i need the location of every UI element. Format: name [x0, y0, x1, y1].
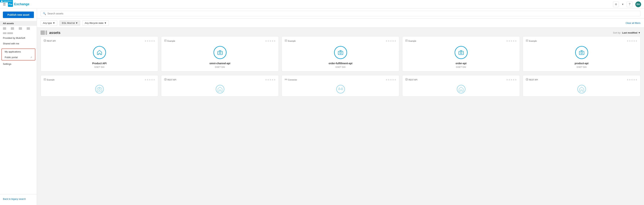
svg-rect-5	[218, 51, 222, 55]
asset-card[interactable]: Example ★★★★★ product-api GSET DAI	[523, 36, 640, 71]
card-icon-wrapper-partial	[164, 85, 276, 93]
exchange-logo-icon	[8, 2, 13, 7]
search-icon: 🔍	[43, 12, 46, 15]
asset-card[interactable]: REST API ★★★★★ Product API GSET DAI	[40, 36, 158, 71]
sort-button[interactable]: Last modified ▼	[622, 31, 640, 34]
asset-card[interactable]: REST API ★★★★★	[523, 75, 640, 97]
card-icon-wrapper	[405, 46, 517, 59]
clear-all-filters-button[interactable]: Clear all filters	[626, 22, 640, 24]
organization-filter-btn[interactable]: EGL Mod tst ▼	[60, 20, 80, 26]
svg-point-6	[219, 52, 221, 54]
card-type-label: REST API	[47, 40, 56, 42]
asset-card[interactable]: REST API ★★★★★	[161, 75, 279, 97]
card-stars: ★★★★★	[506, 40, 517, 42]
card-header: Connector ★★★★★	[285, 78, 396, 81]
lifecycle-filter-btn[interactable]: Any lifecycle state ▼	[82, 20, 109, 26]
svg-rect-16	[44, 79, 46, 81]
card-type-label: REST API	[529, 79, 538, 81]
star-3: ★	[151, 79, 153, 81]
help-btn[interactable]: ?	[627, 2, 632, 7]
star-3: ★	[633, 79, 635, 81]
svg-rect-4	[164, 40, 166, 42]
svg-rect-7	[285, 40, 287, 42]
card-stars: ★★★★★	[506, 79, 517, 81]
main-layout: Publish new asset All assets Provided by…	[0, 9, 644, 205]
svg-rect-14	[579, 51, 584, 55]
card-type-label: Example	[47, 79, 54, 81]
sf-dot	[1, 1, 2, 2]
card-org: GSET DAI	[285, 66, 396, 68]
card-header: Example ★★★★★	[285, 39, 396, 42]
app-title: Exchange	[14, 2, 29, 6]
type-icon	[285, 39, 287, 42]
card-name: product-api	[526, 62, 637, 65]
type-icon	[526, 39, 528, 42]
card-type-badge: Example	[405, 39, 416, 42]
type-icon	[164, 78, 167, 81]
main-content: 🔍 Any type ▼ EGL Mod tst ▼ Any lifecycle…	[37, 9, 644, 205]
hamburger-icon[interactable]: ☰	[3, 2, 6, 6]
filters-bar: Any type ▼ EGL Mod tst ▼ Any lifecycle s…	[37, 19, 644, 28]
star-3: ★	[272, 79, 274, 81]
card-stars: ★★★★★	[627, 79, 637, 81]
grid-view-btn[interactable]: ≎	[613, 2, 619, 7]
type-icon	[44, 39, 46, 42]
back-to-legacy-search-button[interactable]: Back to legacy search	[0, 196, 37, 202]
type-filter-btn[interactable]: Any type ▼	[40, 20, 57, 26]
star-3: ★	[633, 40, 635, 42]
card-icon-wrapper-partial	[526, 85, 637, 93]
card-header: Example ★★★★★	[526, 39, 637, 42]
asset-card[interactable]: Example ★★★★★ order-fulfillment-api GSET…	[282, 36, 399, 71]
star-0: ★	[506, 79, 508, 81]
star-2: ★	[631, 79, 633, 81]
star-1: ★	[508, 79, 510, 81]
card-icon-wrapper	[285, 46, 396, 59]
salesforce-label: Salesforce	[3, 0, 12, 2]
card-header: Example ★★★★★	[405, 39, 517, 42]
svg-rect-10	[406, 40, 408, 42]
sidebar-highlighted-group: My applications Public portal ↗	[2, 49, 35, 61]
star-2: ★	[270, 40, 271, 42]
dropdown-chevron[interactable]: ▼	[622, 3, 624, 6]
sidebar-item-provided-by-mulesoft[interactable]: Provided by MuleSoft	[0, 35, 37, 41]
asset-card[interactable]: REST API ★★★★★	[402, 75, 520, 97]
star-4: ★	[274, 79, 276, 81]
card-type-badge: Connector	[285, 78, 297, 81]
star-2: ★	[270, 79, 271, 81]
card-name: omni-channel-api	[164, 62, 276, 65]
svg-rect-8	[338, 51, 343, 55]
card-header: REST API ★★★★★	[526, 78, 637, 81]
sidebar-item-settings[interactable]: Settings	[0, 61, 37, 67]
card-icon-wrapper-partial	[285, 85, 396, 93]
results-title: assets	[40, 31, 60, 35]
asset-card[interactable]: Example ★★★★★	[40, 75, 158, 97]
card-type-label: Example	[288, 40, 296, 42]
asset-card[interactable]: Connector ★★★★★	[282, 75, 399, 97]
star-2: ★	[631, 40, 633, 42]
avatar[interactable]: DU	[635, 2, 641, 7]
sidebar-item-public-portal[interactable]: Public portal ↗	[2, 55, 35, 60]
svg-point-15	[581, 52, 582, 54]
card-icon-wrapper	[526, 46, 637, 59]
publish-new-asset-button[interactable]: Publish new asset	[3, 12, 34, 18]
sort-label: Sort by:	[613, 31, 621, 34]
sidebar-item-my-applications[interactable]: My applications	[2, 49, 35, 55]
card-icon-circle	[575, 46, 588, 59]
card-header: REST API ★★★★★	[164, 78, 276, 81]
card-stars: ★★★★★	[265, 79, 276, 81]
star-1: ★	[267, 79, 269, 81]
card-org: GSET DAI	[526, 66, 637, 68]
card-header: Example ★★★★★	[164, 39, 276, 42]
star-1: ★	[388, 79, 390, 81]
star-2: ★	[510, 79, 512, 81]
asset-grid-row1: REST API ★★★★★ Product API GSET DAI Exam…	[37, 36, 644, 75]
search-input[interactable]	[48, 12, 638, 15]
asset-card[interactable]: Example ★★★★★ order-api GSET DAI	[402, 36, 520, 71]
asset-card[interactable]: Example ★★★★★ omni-channel-api GSET DAI	[161, 36, 279, 71]
card-name: order-api	[405, 62, 517, 65]
sidebar-item-shared-with-me[interactable]: Shared with me	[0, 41, 37, 46]
card-header: REST API ★★★★★	[44, 39, 155, 42]
sidebar-icon-grid	[0, 26, 37, 31]
star-4: ★	[515, 79, 517, 81]
star-0: ★	[386, 79, 388, 81]
